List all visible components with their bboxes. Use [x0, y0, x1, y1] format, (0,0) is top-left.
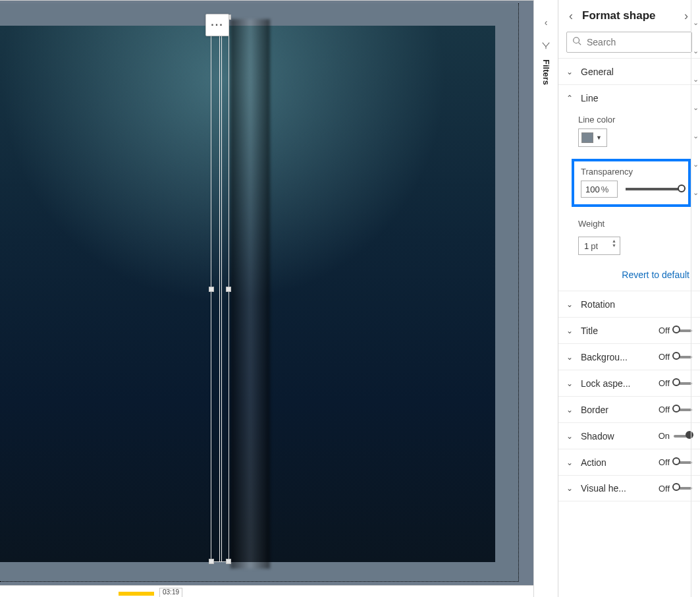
section-action[interactable]: ⌄ Action Off [558, 449, 700, 475]
chevron-down-icon[interactable]: ⌄ [693, 103, 699, 112]
section-rotation[interactable]: ⌄ Rotation [558, 291, 700, 317]
canvas-boundary: ··· [0, 3, 519, 582]
filters-pane-collapsed[interactable]: ‹ Filters [533, 0, 558, 597]
transparency-group-highlighted: Transparency 100 % [572, 159, 691, 207]
pt-unit: pt [591, 241, 598, 251]
resize-handle-mid-right[interactable] [226, 287, 231, 292]
line-panel: Line color ▼ Transparency 100 % [558, 111, 700, 291]
toggle-pill-icon [674, 487, 692, 490]
chevron-down-icon[interactable]: ⌄ [693, 160, 699, 169]
action-toggle[interactable]: Off [659, 457, 692, 467]
chevron-left-icon[interactable]: ‹ [541, 17, 551, 28]
section-background[interactable]: ⌄ Backgrou... Off [558, 343, 700, 370]
timeline-strip: 03:19 [0, 585, 533, 597]
chevron-down-icon: ⌄ [566, 432, 576, 441]
background-toggle[interactable]: Off [659, 352, 692, 362]
chevron-down-icon[interactable]: ⌄ [693, 47, 699, 55]
filters-tab-label: Filters [541, 59, 551, 85]
resize-handle-bottom-right[interactable] [226, 559, 231, 564]
timeline-timestamp[interactable]: 03:19 [159, 588, 182, 597]
chevron-down-icon[interactable]: ▼ [612, 243, 618, 248]
chevron-down-icon[interactable]: ⌄ [693, 75, 699, 84]
chevron-down-icon: ⌄ [566, 326, 576, 335]
toggle-state: Off [659, 457, 670, 467]
transparency-label: Transparency [581, 167, 682, 177]
slider-knob-icon[interactable] [678, 185, 686, 192]
section-line[interactable]: ⌃ Line [558, 84, 700, 111]
format-shape-pane: ‹ Format shape › ⌄ General ⌃ Line [558, 0, 700, 597]
chevron-down-icon: ⌄ [566, 484, 576, 493]
chevron-down-icon[interactable]: ⌄ [693, 188, 699, 197]
toggle-state: Off [659, 352, 670, 362]
chevron-down-icon: ⌄ [566, 379, 576, 388]
chevron-down-icon: ⌄ [566, 300, 576, 309]
background-image-visual[interactable] [0, 26, 495, 562]
transparency-value: 100 [585, 185, 600, 194]
border-toggle[interactable]: Off [659, 405, 692, 414]
line-color-label: Line color [578, 115, 691, 125]
search-input[interactable] [585, 36, 686, 48]
chevron-up-icon: ⌃ [566, 94, 576, 103]
section-label: Lock aspe... [581, 378, 659, 389]
more-options-button[interactable]: ··· [205, 14, 229, 36]
shadow-toggle[interactable]: On [659, 431, 692, 441]
section-lock-aspect[interactable]: ⌄ Lock aspe... Off [558, 370, 700, 396]
shape-line-body [219, 17, 222, 561]
right-gutter-pane: ⌄ ⌄ ⌄ ⌄ ⌄ ⌄ ⌄ [691, 0, 700, 597]
toggle-state: Off [659, 405, 670, 414]
revert-to-default-link[interactable]: Revert to default [578, 270, 691, 280]
pane-title: Format shape [582, 9, 675, 22]
chevron-down-icon: ⌄ [566, 67, 576, 76]
chevron-down-icon: ⌄ [566, 353, 576, 362]
toggle-state: Off [659, 326, 670, 335]
toggle-state: Off [659, 484, 670, 494]
toggle-pill-icon [674, 356, 692, 358]
search-input-wrapper[interactable] [566, 32, 692, 53]
weight-value: 1 [584, 241, 589, 251]
chevron-down-icon: ⌄ [566, 458, 576, 467]
resize-handle-bottom-left[interactable] [209, 559, 214, 564]
pane-back-button[interactable]: ‹ [566, 9, 576, 23]
selected-shape[interactable] [211, 16, 229, 562]
chevron-down-icon[interactable]: ⌄ [693, 132, 699, 140]
lock-aspect-toggle[interactable]: Off [659, 378, 692, 388]
toggle-pill-icon [674, 435, 692, 438]
section-label: Title [581, 326, 659, 336]
visual-header-toggle[interactable]: Off [659, 484, 692, 494]
timeline-segment-icon [119, 592, 154, 596]
svg-point-1 [574, 38, 579, 43]
transparency-slider[interactable] [626, 188, 682, 190]
weight-label: Weight [578, 219, 605, 229]
toggle-state: Off [659, 378, 670, 388]
section-label: Border [581, 405, 659, 415]
resize-handle-mid-left[interactable] [209, 287, 214, 292]
section-label: Visual he... [581, 483, 659, 494]
chevron-down-icon: ⌄ [566, 405, 576, 414]
section-border[interactable]: ⌄ Border Off [558, 396, 700, 422]
section-label: Shadow [581, 431, 659, 441]
expand-filters-icon[interactable] [541, 41, 551, 50]
section-label: Rotation [581, 299, 692, 310]
toggle-pill-icon [674, 461, 692, 464]
canvas-pane[interactable]: ··· 03:19 [0, 0, 533, 597]
section-shadow[interactable]: ⌄ Shadow On [558, 422, 700, 449]
title-toggle[interactable]: Off [659, 326, 692, 335]
chevron-down-icon[interactable]: ⌄ [693, 18, 699, 27]
toggle-pill-icon [674, 329, 692, 332]
chevron-up-icon[interactable]: ▲ [612, 239, 618, 243]
weight-stepper[interactable]: 1 pt ▲ ▼ [578, 237, 620, 255]
line-color-picker[interactable]: ▼ [578, 128, 607, 147]
transparency-input[interactable]: 100 % [581, 181, 618, 198]
section-label: General [581, 67, 692, 77]
search-icon [572, 36, 581, 48]
section-label: Backgrou... [581, 352, 659, 362]
color-swatch-icon [581, 132, 593, 143]
toggle-pill-icon [674, 409, 692, 411]
section-title[interactable]: ⌄ Title Off [558, 317, 700, 343]
pane-forward-button[interactable]: › [682, 9, 691, 23]
section-label: Line [581, 93, 692, 103]
section-visual-header[interactable]: ⌄ Visual he... Off [558, 475, 700, 501]
section-general[interactable]: ⌄ General [558, 58, 700, 84]
percent-unit: % [601, 185, 609, 194]
stepper-buttons[interactable]: ▲ ▼ [612, 239, 618, 248]
